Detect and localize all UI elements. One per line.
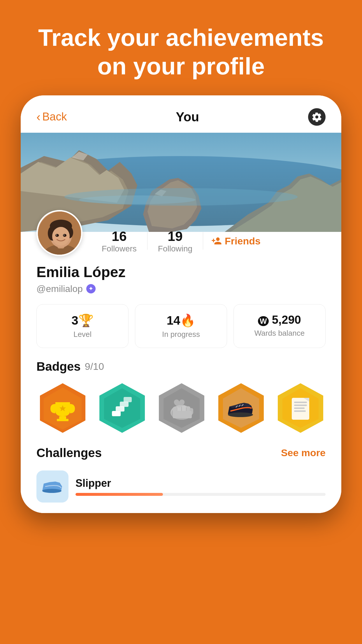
followers-label: Followers <box>102 244 137 253</box>
svg-rect-61 <box>294 402 307 403</box>
svg-rect-62 <box>294 405 307 406</box>
svg-rect-34 <box>55 402 70 405</box>
svg-point-25 <box>63 234 66 237</box>
svg-rect-38 <box>112 411 121 416</box>
inprogress-label: In progress <box>162 330 200 339</box>
verified-badge: ✦ <box>86 284 96 293</box>
svg-point-23 <box>52 227 70 246</box>
gear-icon <box>312 112 322 122</box>
followers-stat[interactable]: 16 Followers <box>91 228 147 253</box>
level-card: 3🏆 Level <box>36 304 129 348</box>
stats-row: 16 Followers 19 Following Friends <box>91 228 326 253</box>
svg-rect-32 <box>59 416 66 419</box>
back-label: Back <box>42 111 67 123</box>
friends-button[interactable]: Friends <box>203 235 269 247</box>
back-button[interactable]: ‹ Back <box>36 110 67 124</box>
svg-rect-40 <box>120 402 129 407</box>
add-person-icon <box>211 236 222 246</box>
svg-point-12 <box>79 195 196 204</box>
svg-rect-64 <box>294 410 306 412</box>
balance-card: W 5,290 Wards balance <box>233 304 326 348</box>
following-label: Following <box>158 244 192 253</box>
svg-rect-41 <box>124 397 132 402</box>
challenge-name: Slipper <box>75 477 326 489</box>
badges-header: Badges 9/10 <box>36 360 326 374</box>
following-count: 19 <box>158 228 192 244</box>
svg-rect-39 <box>116 406 124 412</box>
svg-rect-51 <box>173 411 192 418</box>
avatar-image <box>38 211 82 256</box>
see-more-button[interactable]: See more <box>281 447 326 459</box>
challenges-section: Challenges See more Slipper <box>21 443 341 513</box>
avatar <box>36 210 82 256</box>
user-name: Emilia López <box>36 264 326 281</box>
badges-count: 9/10 <box>85 361 104 372</box>
top-nav: ‹ Back You <box>21 95 341 133</box>
settings-button[interactable] <box>308 108 326 126</box>
followers-count: 16 <box>102 228 137 244</box>
badges-row <box>36 382 326 434</box>
svg-rect-63 <box>294 407 305 409</box>
inprogress-value: 14🔥 <box>141 313 221 328</box>
challenges-title: Challenges <box>36 446 102 460</box>
level-value: 3🏆 <box>43 313 122 328</box>
balance-value: W 5,290 <box>240 313 319 326</box>
page-title: You <box>176 110 199 124</box>
user-handle: @emilialop <box>36 284 83 294</box>
svg-point-29 <box>64 237 70 240</box>
badge-steps[interactable] <box>96 382 148 434</box>
svg-point-24 <box>55 234 59 237</box>
progress-bar-bg <box>75 493 326 496</box>
badge-heart[interactable] <box>155 382 208 434</box>
level-label: Level <box>73 330 92 339</box>
svg-point-54 <box>228 412 253 417</box>
progress-bar-fill <box>75 493 163 496</box>
badge-shoe[interactable] <box>215 382 267 434</box>
badges-title: Badges <box>36 360 81 374</box>
svg-rect-33 <box>57 419 68 421</box>
user-handle-row: @emilialop ✦ <box>36 284 326 294</box>
challenges-header: Challenges See more <box>36 446 326 460</box>
badges-section: Badges 9/10 <box>21 357 341 443</box>
badge-trophy[interactable] <box>36 382 89 434</box>
phone-frame: ‹ Back You <box>21 95 341 513</box>
badge-paper[interactable] <box>274 382 326 434</box>
user-info: Emilia López @emilialop ✦ <box>21 262 341 301</box>
hero-title: Track your achievements on your profile <box>23 23 339 81</box>
inprogress-card: 14🔥 In progress <box>135 304 227 348</box>
phone-wrapper: ‹ Back You <box>0 95 362 513</box>
challenge-info: Slipper <box>75 477 326 496</box>
balance-label: Wards balance <box>254 329 305 337</box>
svg-point-67 <box>42 489 61 493</box>
hero-section: Track your achievements on your profile <box>0 0 362 95</box>
following-stat[interactable]: 19 Following <box>147 228 203 253</box>
challenge-item[interactable]: Slipper <box>36 466 326 507</box>
stats-cards: 3🏆 Level 14🔥 In progress W 5,290 Wards b… <box>21 301 341 357</box>
challenge-icon <box>36 470 68 503</box>
chevron-left-icon: ‹ <box>36 110 41 124</box>
svg-point-28 <box>52 237 57 240</box>
svg-point-26 <box>56 235 57 236</box>
friends-label: Friends <box>225 235 261 247</box>
svg-point-27 <box>64 235 65 236</box>
